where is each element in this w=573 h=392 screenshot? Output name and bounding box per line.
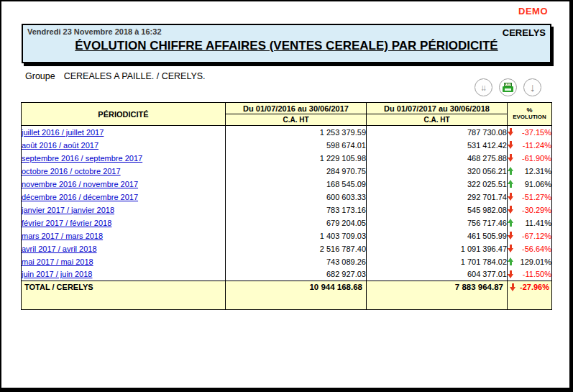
ca-ht-2016-2017-value: 783 173.16 xyxy=(226,204,367,216)
period-link[interactable]: juin 2017 / juin 2018 xyxy=(22,270,92,278)
table-row: novembre 2016 / novembre 2017 168 545.09… xyxy=(22,178,552,191)
trend-arrow-icon xyxy=(508,270,514,278)
collapse-all-button[interactable]: ↓↓ xyxy=(475,78,492,96)
period-link[interactable]: novembre 2016 / novembre 2017 xyxy=(22,180,138,188)
demo-watermark: DEMO xyxy=(518,6,548,17)
evolution-value: -61.90% xyxy=(514,154,551,163)
ca-ht-2016-2017-value: 743 089.26 xyxy=(226,255,367,268)
period-link[interactable]: octobre 2016 / octobre 2017 xyxy=(22,167,121,176)
period-link[interactable]: janvier 2017 / janvier 2018 xyxy=(22,206,114,214)
ca-ht-2017-2018-value: 1 091 396.47 xyxy=(367,242,508,255)
ca-ht-2016-2017-value: 1 253 379.59 xyxy=(226,126,367,139)
period-link[interactable]: juillet 2016 / juillet 2017 xyxy=(22,128,104,137)
table-row: octobre 2016 / octobre 2017 284 970.75 3… xyxy=(22,165,552,178)
table-row: juin 2017 / juin 2018 682 927.03 604 377… xyxy=(22,268,552,281)
ca-ht-2017-2018-value: 322 025.51 xyxy=(367,178,508,191)
period-link[interactable]: septembre 2016 / septembre 2017 xyxy=(22,154,142,163)
report-datetime: Vendredi 23 Novembre 2018 à 16:32 xyxy=(27,27,162,36)
ca-ht-2017-2018-value: 531 412.42 xyxy=(367,139,508,152)
period-link[interactable]: août 2016 / août 2017 xyxy=(22,141,98,150)
trend-arrow-icon xyxy=(508,180,514,188)
total-ca-2017-2018: 7 883 964.87 xyxy=(367,281,508,310)
period-link[interactable]: février 2017 / février 2018 xyxy=(22,219,111,227)
total-row: TOTAL / CERELYS 10 944 168.68 7 883 964.… xyxy=(22,281,552,310)
report-header: Vendredi 23 Novembre 2018 à 16:32 CERELY… xyxy=(22,24,551,63)
ca-ht-2016-2017-value: 679 204.05 xyxy=(226,216,367,229)
ca-ht-2016-2017-value: 1 403 709.03 xyxy=(226,229,367,242)
evolution-value: -11.50% xyxy=(514,270,551,278)
trend-arrow-icon xyxy=(508,154,514,162)
trend-arrow-icon xyxy=(508,167,514,175)
group-label: Groupe xyxy=(25,71,55,81)
period-link[interactable]: avril 2017 / avril 2018 xyxy=(22,245,97,253)
ca-ht-2016-2017-value: 168 545.09 xyxy=(226,178,367,191)
column-subheader-ca-ht-2: C.A. HT xyxy=(367,114,508,126)
trend-arrow-icon xyxy=(508,206,514,214)
evolution-value: -67.12% xyxy=(514,232,551,240)
report-page: DEMO Vendredi 23 Novembre 2018 à 16:32 C… xyxy=(0,0,573,392)
table-row: septembre 2016 / septembre 2017 1 229 10… xyxy=(22,152,552,165)
total-ca-2016-2017: 10 944 168.68 xyxy=(226,281,367,310)
ca-ht-2017-2018-value: 468 275.88 xyxy=(367,152,508,165)
table-row: avril 2017 / avril 2018 2 516 787.40 1 0… xyxy=(22,242,552,255)
trend-arrow-icon xyxy=(508,232,514,240)
evolution-value: 11.41% xyxy=(514,219,551,227)
column-subheader-ca-ht-1: C.A. HT xyxy=(226,114,367,126)
ca-ht-2017-2018-value: 787 730.08 xyxy=(367,126,508,139)
total-label: TOTAL / CERELYS xyxy=(22,281,226,310)
evolution-value: -37.15% xyxy=(514,128,551,137)
column-header-range-2016-2017: Du 01/07/2016 au 30/06/2017 xyxy=(226,103,367,114)
period-link[interactable]: mai 2017 / mai 2018 xyxy=(22,257,93,266)
ca-ht-2017-2018-value: 292 701.74 xyxy=(367,191,508,204)
ca-ht-2016-2017-value: 284 970.75 xyxy=(226,165,367,178)
download-button[interactable]: ↓ xyxy=(523,78,541,96)
group-value: CEREALES A PAILLE. / CERELYS. xyxy=(64,71,206,81)
ca-ht-2017-2018-value: 545 982.08 xyxy=(367,204,508,216)
trend-arrow-icon xyxy=(508,193,514,201)
evolution-value: 12.31% xyxy=(514,167,551,176)
report-title: ÉVOLUTION CHIFFRE AFFAIRES (VENTES CEREA… xyxy=(27,39,546,53)
table-row: février 2017 / février 2018 679 204.05 7… xyxy=(22,216,552,229)
evolution-value: -30.29% xyxy=(514,206,551,214)
column-header-range-2017-2018: Du 01/07/2017 au 30/06/2018 xyxy=(367,103,508,114)
evolution-value: -11.24% xyxy=(514,141,551,150)
table-row: juillet 2016 / juillet 2017 1 253 379.59… xyxy=(22,126,552,139)
evolution-value: -56.64% xyxy=(514,245,551,253)
trend-arrow-icon xyxy=(508,257,514,265)
table-row: janvier 2017 / janvier 2018 783 173.16 5… xyxy=(22,204,552,216)
evolution-value: 91.06% xyxy=(514,180,551,188)
column-header-periodicite: PÉRIODICITÉ xyxy=(22,103,226,126)
ca-ht-2017-2018-value: 756 717.46 xyxy=(367,216,508,229)
table-row: décembre 2016 / décembre 2017 600 603.33… xyxy=(22,191,552,204)
evolution-value: 129.01% xyxy=(514,257,551,266)
table-body: juillet 2016 / juillet 2017 1 253 379.59… xyxy=(22,126,552,281)
company-name: CERELYS xyxy=(503,27,546,38)
ca-ht-2017-2018-value: 1 701 784.02 xyxy=(367,255,508,268)
period-link[interactable]: mars 2017 / mars 2018 xyxy=(22,232,103,240)
trend-arrow-icon xyxy=(508,141,514,149)
group-line: GroupeCEREALES A PAILLE. / CERELYS. xyxy=(25,71,206,81)
period-link[interactable]: décembre 2016 / décembre 2017 xyxy=(22,193,138,201)
ca-ht-2016-2017-value: 1 229 105.98 xyxy=(226,152,367,165)
down-arrow-icon: ↓ xyxy=(530,82,536,94)
table-header: PÉRIODICITÉ Du 01/07/2016 au 30/06/2017 … xyxy=(22,103,552,126)
print-button[interactable] xyxy=(499,78,517,96)
table-row: août 2016 / août 2017 598 674.01 531 412… xyxy=(22,139,552,152)
ca-ht-2016-2017-value: 600 603.33 xyxy=(226,191,367,204)
evolution-header-line2: EVOLUTION xyxy=(508,114,551,121)
evolution-table: PÉRIODICITÉ Du 01/07/2016 au 30/06/2017 … xyxy=(21,102,552,310)
toolbar: ↓↓ ↓ xyxy=(475,78,541,96)
table-row: mai 2017 / mai 2018 743 089.26 1 701 784… xyxy=(22,255,552,268)
ca-ht-2017-2018-value: 461 505.99 xyxy=(367,229,508,242)
total-evolution-value: -27.96% xyxy=(516,283,549,291)
total-trend-arrow-icon xyxy=(510,283,516,291)
trend-arrow-icon xyxy=(508,219,514,227)
trend-arrow-icon xyxy=(508,128,514,136)
trend-arrow-icon xyxy=(508,245,514,252)
column-header-evolution: % EVOLUTION xyxy=(508,103,552,126)
ca-ht-2016-2017-value: 682 927.03 xyxy=(226,268,367,281)
ca-ht-2017-2018-value: 320 056.21 xyxy=(367,165,508,178)
printer-icon xyxy=(503,83,513,92)
table-row: mars 2017 / mars 2018 1 403 709.03 461 5… xyxy=(22,229,552,242)
ca-ht-2017-2018-value: 604 377.01 xyxy=(367,268,508,281)
